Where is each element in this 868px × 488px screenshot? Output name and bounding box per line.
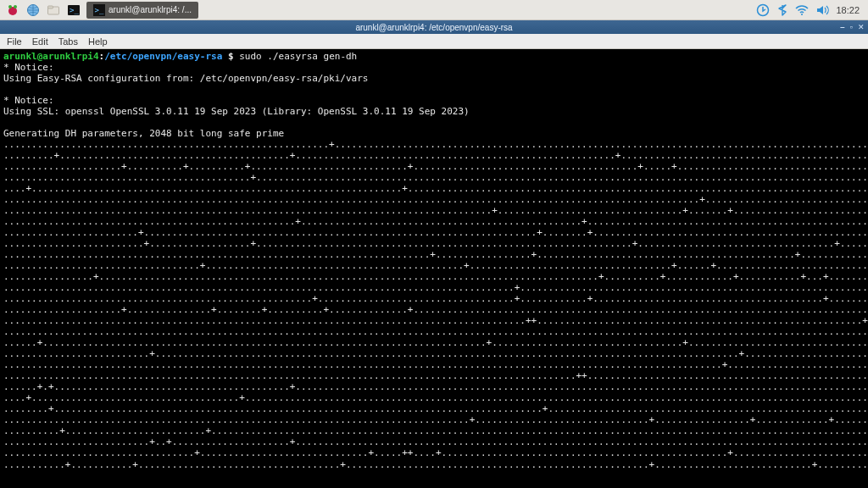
volume-icon[interactable] [815,4,829,16]
window-close-button[interactable]: ✕ [858,23,865,31]
svg-point-2 [14,5,17,8]
window-minimize-button[interactable]: ‒ [840,23,845,31]
file-manager-icon[interactable] [44,2,63,19]
system-tray: 18:22 [756,3,865,17]
menu-tabs[interactable]: Tabs [58,36,78,47]
clock[interactable]: 18:22 [836,5,860,15]
terminal-icon: >_ [93,4,105,16]
window-title: arunkl@arunklrpi4: /etc/openvpn/easy-rsa [355,23,512,32]
svg-rect-5 [48,6,53,8]
menu-edit[interactable]: Edit [32,36,48,47]
svg-text:>_: >_ [70,6,79,14]
taskbar-window-button[interactable]: >_ arunkl@arunklrpi4: /... [86,2,198,19]
terminal-output[interactable]: arunkl@arunklrpi4:/etc/openvpn/easy-rsa … [0,49,868,488]
bluetooth-icon[interactable] [776,4,788,16]
svg-point-1 [8,5,12,8]
web-browser-icon[interactable] [24,2,42,19]
wifi-icon[interactable] [795,4,809,16]
terminal-menubar: File Edit Tabs Help [0,34,868,49]
window-maximize-button[interactable]: ▫ [850,23,853,31]
raspberry-menu-icon[interactable] [3,2,22,19]
window-titlebar[interactable]: arunkl@arunklrpi4: /etc/openvpn/easy-rsa… [0,20,868,34]
svg-point-9 [801,14,803,15]
updates-icon[interactable] [756,3,770,17]
window-controls: ‒ ▫ ✕ [840,23,865,31]
menu-file[interactable]: File [7,36,22,47]
desktop-taskbar: >_ >_ arunkl@arunklrpi4: /... 18:22 [0,0,868,20]
taskbar-window-label: arunkl@arunklrpi4: /... [108,5,192,14]
menu-help[interactable]: Help [88,36,108,47]
terminal-launcher-icon[interactable]: >_ [64,2,83,19]
